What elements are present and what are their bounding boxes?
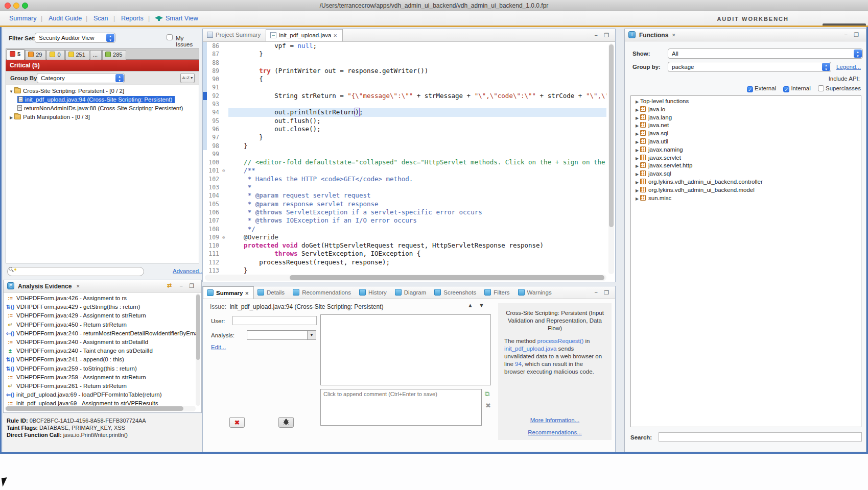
api-check-internal[interactable]: ✓ Internal	[783, 85, 811, 91]
comment-history-box[interactable]	[320, 314, 491, 385]
minimize-panel-icon[interactable]: −	[595, 32, 598, 38]
chevron-right-icon[interactable]: ▶	[634, 187, 640, 195]
group-by-select[interactable]: Category ▲▼	[37, 73, 125, 83]
minimize-panel-icon[interactable]: −	[180, 283, 183, 289]
advanced-search-link[interactable]: Advanced...	[173, 268, 204, 274]
sort-button[interactable]: A↓Z ▾	[180, 73, 195, 83]
chevron-right-icon[interactable]: ▶	[634, 179, 640, 187]
evidence-item[interactable]: ⇦()init_pdf_upload.java:69 - loadPDFForm…	[4, 390, 196, 399]
severity-tab[interactable]: 0	[46, 50, 64, 60]
checked-checkbox[interactable]: ✓	[783, 86, 789, 92]
package-tree-item[interactable]: ▶javax.sql	[631, 170, 861, 178]
package-tree-item[interactable]: ▶java.net	[631, 121, 861, 130]
chevron-right-icon[interactable]: ▶	[8, 113, 14, 122]
comment-input[interactable]	[320, 389, 482, 426]
chevron-right-icon[interactable]: ▶	[634, 155, 640, 163]
menu-audit-guide[interactable]: Audit Guide	[49, 15, 82, 22]
tab-summary[interactable]: Summary✕	[203, 286, 254, 299]
evidence-item[interactable]: ⇅()VDHPDFForm.java:259 - toString(this :…	[4, 364, 196, 373]
evidence-item[interactable]: :=VDHPDFForm.java:259 - Assignment to st…	[4, 373, 196, 382]
next-issue-button[interactable]: ▼	[479, 302, 484, 308]
issue-tree-folder[interactable]: ▼Cross-Site Scripting: Persistent - [0 /…	[6, 87, 199, 95]
filter-set-select[interactable]: Security Auditor View ▲▼	[35, 33, 115, 43]
functions-group-select[interactable]: package ▲▼	[668, 62, 831, 72]
scrollbar-thumb[interactable]	[609, 44, 614, 227]
severity-tab[interactable]: 285	[102, 50, 126, 60]
package-tree-item[interactable]: ▶java.io	[631, 106, 861, 114]
issue-tree-folder[interactable]: ▶Path Manipulation - [0 / 3]	[6, 113, 199, 121]
evidence-item[interactable]: :=init_pdf_upload.java:69 - Assignment t…	[4, 399, 196, 406]
editor-vertical-scrollbar[interactable]	[608, 43, 614, 274]
checked-checkbox[interactable]: ✓	[747, 86, 753, 92]
tab-filters[interactable]: Filters	[481, 286, 514, 299]
evidence-item[interactable]: ↵VDHPDFForm.java:261 - Return strReturn	[4, 382, 196, 390]
maximize-panel-icon[interactable]: ❐	[189, 283, 194, 289]
previous-issue-button[interactable]: ▲	[467, 302, 473, 308]
close-tab-icon[interactable]: ✕	[245, 291, 249, 296]
editor-tab[interactable]: Project Summary	[203, 29, 266, 41]
package-tree-item[interactable]: ▶javax.naming	[631, 146, 861, 154]
evidence-item[interactable]: ↵VDHPDFForm.java:450 - Return strReturn	[4, 321, 196, 329]
api-check-external[interactable]: ✓ External	[747, 85, 776, 91]
add-comment-icon[interactable]: ⧉	[485, 390, 489, 398]
severity-tab[interactable]: 5	[7, 50, 25, 60]
menu-reports[interactable]: Reports	[121, 15, 144, 22]
minimize-panel-icon[interactable]: −	[595, 289, 598, 296]
evidence-item[interactable]: :=VDHPDFForm.java:426 - Assignment to rs	[4, 294, 196, 303]
chevron-right-icon[interactable]: ▶	[634, 195, 640, 203]
package-tree-item[interactable]: ▶sun.misc	[631, 194, 861, 203]
analysis-evidence-list[interactable]: :=VDHPDFForm.java:426 - Assignment to rs…	[4, 293, 196, 406]
issue-search-input[interactable]	[7, 267, 144, 276]
description-link[interactable]: processRequest()	[537, 338, 584, 344]
package-tree-item[interactable]: ▶java.sql	[631, 130, 861, 138]
chevron-right-icon[interactable]: ▶	[634, 146, 640, 155]
chevron-right-icon[interactable]: ▶	[634, 162, 640, 170]
issue-tree-item[interactable]: returnNonAdminIDs.java:88 (Cross-Site Sc…	[6, 104, 199, 113]
tab-warnings[interactable]: Warnings	[514, 286, 556, 299]
package-tree-item[interactable]: ▶java.util	[631, 138, 861, 146]
menu-smart-view[interactable]: Smart View	[166, 15, 198, 22]
description-link[interactable]: init_pdf_upload.java	[504, 346, 556, 352]
package-tree[interactable]: ▶Top-level functions▶java.io▶java.lang▶j…	[630, 95, 861, 427]
tab-diagram[interactable]: Diagram	[391, 286, 431, 299]
unchecked-checkbox[interactable]	[818, 85, 824, 91]
close-icon[interactable]: ✕	[672, 33, 676, 38]
scrollbar-thumb[interactable]	[6, 406, 183, 411]
evidence-horizontal-scrollbar[interactable]	[5, 406, 196, 411]
functions-search-input[interactable]	[659, 432, 862, 442]
minimize-panel-icon[interactable]: −	[844, 32, 848, 38]
analysis-select[interactable]: ▼	[247, 330, 316, 340]
bug-button[interactable]	[278, 417, 294, 428]
package-tree-item[interactable]: ▶Top-level functions	[631, 97, 861, 106]
chevron-right-icon[interactable]: ▶	[634, 122, 640, 130]
close-icon[interactable]: ✕	[76, 284, 80, 289]
chevron-right-icon[interactable]: ▶	[634, 170, 640, 179]
package-tree-item[interactable]: ▶org.lykins.vdh_admin_ui_backend.model	[631, 186, 861, 194]
user-input[interactable]	[232, 316, 317, 325]
package-tree-item[interactable]: ▶java.lang	[631, 114, 861, 122]
not-an-issue-button[interactable]: ✖	[229, 417, 245, 428]
scrollbar-thumb[interactable]	[290, 275, 604, 280]
severity-tab[interactable]: ...	[90, 50, 102, 60]
delete-comment-icon[interactable]: ✖	[485, 402, 491, 409]
menu-scan[interactable]: Scan	[93, 15, 108, 22]
editor-tab[interactable]: init_pdf_upload.java✕	[266, 29, 343, 41]
evidence-item[interactable]: ⇦()VDHPDFForm.java:240 - returnMostRecen…	[4, 329, 196, 338]
menu-summary[interactable]: Summary	[9, 15, 36, 22]
tab-details[interactable]: Details	[254, 286, 289, 299]
chevron-right-icon[interactable]: ▶	[634, 106, 640, 114]
package-tree-item[interactable]: ▶javax.servlet	[631, 154, 861, 162]
tab-screenshots[interactable]: Screenshots	[431, 286, 481, 299]
show-select[interactable]: All ▲▼	[668, 48, 863, 59]
issue-tree[interactable]: ▼Cross-Site Scripting: Persistent - [0 /…	[6, 85, 199, 263]
evidence-item[interactable]: ⇅()VDHPDFForm.java:241 - append(0 : this…	[4, 355, 196, 364]
edit-link[interactable]: Edit...	[211, 344, 226, 350]
severity-tab[interactable]: 251	[65, 50, 89, 60]
evidence-item[interactable]: :=VDHPDFForm.java:429 - Assignment to st…	[4, 311, 196, 320]
legend-link[interactable]: Legend...	[836, 64, 861, 70]
chevron-right-icon[interactable]: ▶	[634, 114, 640, 122]
scrollbar-thumb[interactable]	[196, 295, 200, 360]
package-tree-item[interactable]: ▶org.lykins.vdh_admin_ui_backend.control…	[631, 178, 861, 186]
maximize-panel-icon[interactable]: ❐	[604, 32, 609, 39]
evidence-trace-icon[interactable]: ⇄	[167, 282, 172, 289]
